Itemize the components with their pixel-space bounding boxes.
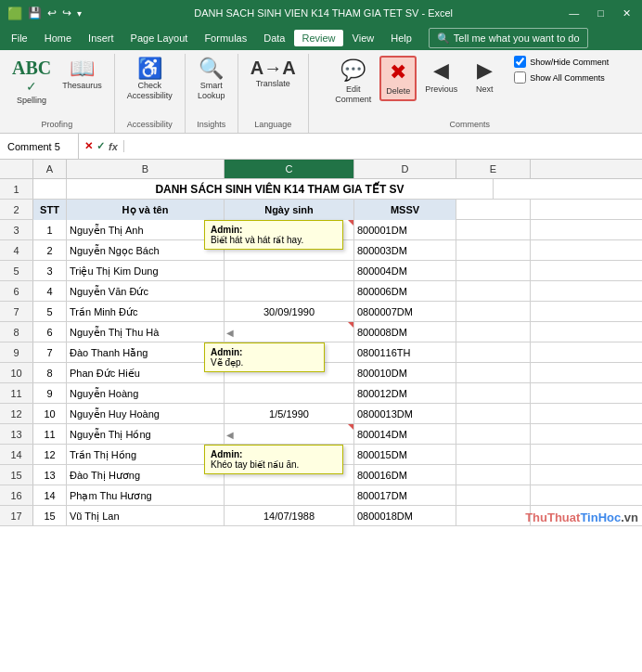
- restore-btn[interactable]: □: [594, 7, 608, 19]
- next-button[interactable]: ▶ Next: [466, 56, 503, 97]
- cell-17b[interactable]: Vũ Thị Lan: [67, 506, 225, 526]
- check-accessibility-button[interactable]: ♿ CheckAccessibility: [122, 56, 177, 104]
- cell-7a[interactable]: 5: [33, 302, 67, 322]
- minimize-btn[interactable]: —: [565, 7, 583, 19]
- tell-me-box[interactable]: 🔍 Tell me what you want to do: [429, 28, 588, 48]
- cell-16a[interactable]: 14: [33, 485, 67, 506]
- menu-help[interactable]: Help: [383, 30, 419, 46]
- menu-formulas[interactable]: Formulas: [197, 30, 254, 46]
- cell-8b[interactable]: Nguyễn Thị Thu Hà: [67, 322, 225, 342]
- confirm-icon[interactable]: ✓: [96, 140, 105, 152]
- translate-button[interactable]: A→A Translate: [246, 56, 301, 92]
- cell-3b[interactable]: Nguyễn Thị Anh: [67, 220, 225, 240]
- cell-13a[interactable]: 11: [33, 424, 67, 445]
- edit-comment-button[interactable]: 💬 EditComment: [330, 56, 376, 108]
- menu-review[interactable]: Review: [294, 30, 342, 46]
- col-header-b[interactable]: B: [67, 160, 225, 178]
- cell-14b[interactable]: Trần Thị Hồng: [67, 445, 225, 465]
- cell-13c[interactable]: ◀: [225, 424, 354, 445]
- cell-9e[interactable]: [456, 342, 531, 363]
- cell-7b[interactable]: Trần Minh Đức: [67, 302, 225, 322]
- cell-2c[interactable]: Ngày sinh: [225, 200, 354, 220]
- cell-10b[interactable]: Phan Đức Hiếu: [67, 363, 225, 383]
- thesaurus-button[interactable]: 📖 Thesaurus: [58, 56, 107, 94]
- cell-11e[interactable]: [456, 383, 531, 404]
- cell-13e[interactable]: [456, 424, 531, 445]
- name-box[interactable]: Comment 5: [0, 134, 79, 159]
- cell-10a[interactable]: 8: [33, 363, 67, 383]
- menu-view[interactable]: View: [345, 30, 382, 46]
- cell-8c[interactable]: ◀: [225, 322, 354, 342]
- close-btn[interactable]: ✕: [619, 7, 635, 19]
- cell-3d[interactable]: 800001DM: [354, 220, 456, 240]
- cell-12e[interactable]: [456, 404, 531, 424]
- cell-5c[interactable]: [225, 261, 354, 281]
- cell-5b[interactable]: Triệu Thị Kim Dung: [67, 261, 225, 281]
- save-icon[interactable]: 💾: [28, 6, 42, 19]
- menu-data[interactable]: Data: [256, 30, 292, 46]
- show-hide-comment-toggle[interactable]: Show/Hide Comment: [514, 56, 609, 68]
- show-hide-checkbox[interactable]: [514, 56, 526, 68]
- cell-12d[interactable]: 0800013DM: [354, 404, 456, 424]
- cell-16c[interactable]: [225, 485, 354, 506]
- cell-8e[interactable]: [456, 322, 531, 342]
- spelling-button[interactable]: ABC ✓ Spelling: [7, 56, 56, 109]
- cell-11c[interactable]: [225, 383, 354, 404]
- cell-12a[interactable]: 10: [33, 404, 67, 424]
- cell-6a[interactable]: 4: [33, 281, 67, 302]
- cell-4d[interactable]: 800003DM: [354, 240, 456, 261]
- cell-17a[interactable]: 15: [33, 506, 67, 526]
- cell-9b[interactable]: Đào Thanh Hằng: [67, 342, 225, 363]
- col-header-c[interactable]: C: [225, 160, 354, 178]
- cell-9a[interactable]: 7: [33, 342, 67, 363]
- menu-page-layout[interactable]: Page Layout: [123, 30, 196, 46]
- cell-4b[interactable]: Nguyễn Ngọc Bách: [67, 240, 225, 261]
- cell-10e[interactable]: [456, 363, 531, 383]
- cell-14a[interactable]: 12: [33, 445, 67, 465]
- cell-17c[interactable]: 14/07/1988: [225, 506, 354, 526]
- cell-12b[interactable]: Nguyễn Huy Hoàng: [67, 404, 225, 424]
- cell-6b[interactable]: Nguyễn Văn Đức: [67, 281, 225, 302]
- redo-icon[interactable]: ↪: [62, 6, 71, 19]
- fx-icon[interactable]: fx: [109, 141, 118, 152]
- cell-5d[interactable]: 800004DM: [354, 261, 456, 281]
- cell-5e[interactable]: [456, 261, 531, 281]
- cell-15e[interactable]: [456, 465, 531, 485]
- cell-16e[interactable]: [456, 485, 531, 506]
- col-header-d[interactable]: D: [354, 160, 456, 178]
- cell-8d[interactable]: 800008DM: [354, 322, 456, 342]
- menu-insert[interactable]: Insert: [81, 30, 122, 46]
- cell-6e[interactable]: [456, 281, 531, 302]
- delete-button[interactable]: ✖ Delete: [379, 56, 417, 101]
- cell-14e[interactable]: [456, 445, 531, 465]
- show-all-comments-toggle[interactable]: Show All Comments: [514, 71, 609, 84]
- cell-9d[interactable]: 0800116TH: [354, 342, 456, 363]
- show-all-checkbox[interactable]: [514, 71, 526, 84]
- cell-15d[interactable]: 800016DM: [354, 465, 456, 485]
- cell-4e[interactable]: [456, 240, 531, 261]
- undo-icon[interactable]: ↩: [47, 6, 57, 19]
- col-header-a[interactable]: A: [33, 160, 67, 178]
- cell-8a[interactable]: 6: [33, 322, 67, 342]
- smart-lookup-button[interactable]: 🔍 SmartLookup: [193, 56, 230, 104]
- cell-6c[interactable]: [225, 281, 354, 302]
- cell-7c[interactable]: 30/09/1990: [225, 302, 354, 322]
- col-header-e[interactable]: E: [456, 160, 531, 178]
- cell-12c[interactable]: 1/5/1990: [225, 404, 354, 424]
- cell-1a[interactable]: [33, 179, 67, 200]
- cell-7d[interactable]: 0800007DM: [354, 302, 456, 322]
- cell-6d[interactable]: 800006DM: [354, 281, 456, 302]
- cell-11b[interactable]: Nguyễn Hoàng: [67, 383, 225, 404]
- cell-2d[interactable]: MSSV: [354, 200, 456, 220]
- cell-2b[interactable]: Họ và tên: [67, 200, 225, 220]
- cell-7e[interactable]: [456, 302, 531, 322]
- cell-3e[interactable]: [456, 220, 531, 240]
- cell-3a[interactable]: 1: [33, 220, 67, 240]
- cell-2e[interactable]: [456, 200, 531, 220]
- cell-16b[interactable]: Phạm Thu Hương: [67, 485, 225, 506]
- cell-2a[interactable]: STT: [33, 200, 67, 220]
- previous-button[interactable]: ◀ Previous: [420, 56, 462, 97]
- menu-file[interactable]: File: [4, 30, 35, 46]
- cell-10d[interactable]: 800010DM: [354, 363, 456, 383]
- cell-13d[interactable]: 800014DM: [354, 424, 456, 445]
